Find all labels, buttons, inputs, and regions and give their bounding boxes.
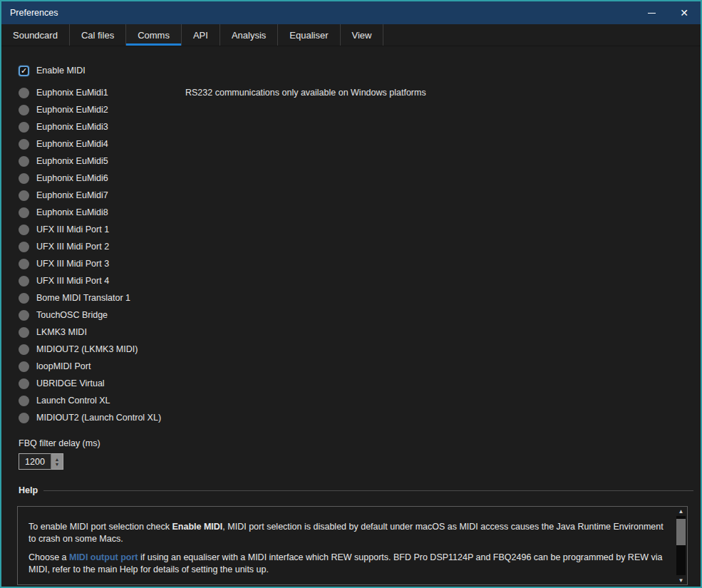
midi-port-radio[interactable]: loopMIDI Port — [19, 358, 701, 375]
radio-unselected-icon — [19, 327, 29, 338]
midi-port-label: TouchOSC Bridge — [36, 310, 108, 320]
midi-output-port-link[interactable]: MIDI output port — [69, 552, 138, 562]
midi-port-list: RS232 communications only available on W… — [19, 84, 701, 426]
radio-unselected-icon — [19, 396, 29, 406]
tab-api[interactable]: API — [182, 24, 220, 46]
radio-unselected-icon — [19, 378, 29, 389]
midi-port-label: Euphonix EuMidi1 — [36, 88, 108, 98]
window-title: Preferences — [1, 8, 58, 18]
midi-port-label: Euphonix EuMidi2 — [36, 105, 108, 115]
tab-label: Analysis — [232, 30, 266, 41]
enable-midi-checkbox[interactable]: ✓ Enable MIDI — [19, 63, 701, 78]
midi-port-radio[interactable]: Euphonix EuMidi4 — [19, 135, 701, 153]
scrollbar-track[interactable] — [676, 516, 686, 575]
midi-port-label: loopMIDI Port — [36, 361, 91, 371]
enable-midi-emphasis: Enable MIDI — [172, 522, 223, 532]
checkbox-checked-icon: ✓ — [19, 66, 29, 76]
rs232-note: RS232 communications only available on W… — [185, 84, 426, 101]
fbq-delay-label: FBQ filter delay (ms) — [19, 437, 701, 450]
midi-port-label: Euphonix EuMidi7 — [36, 190, 108, 200]
fbq-delay-spin-buttons[interactable]: ▲ ▼ — [51, 453, 63, 470]
midi-port-label: Euphonix EuMidi4 — [36, 139, 108, 149]
midi-port-radio[interactable]: UBRIDGE Virtual — [19, 375, 701, 392]
help-box: To enable MIDI port selection check Enab… — [17, 506, 688, 585]
tab-bar: SoundcardCal filesCommsAPIAnalysisEquali… — [1, 24, 701, 46]
tab-label: Cal files — [81, 30, 114, 41]
midi-port-radio[interactable]: Euphonix EuMidi3 — [19, 118, 701, 135]
midi-port-radio[interactable]: Launch Control XL — [19, 392, 701, 409]
radio-unselected-icon — [19, 105, 29, 115]
radio-unselected-icon — [19, 413, 29, 423]
radio-unselected-icon — [19, 156, 29, 167]
midi-port-label: Euphonix EuMidi8 — [36, 207, 108, 217]
preferences-window: Preferences ✕ SoundcardCal filesCommsAPI… — [0, 0, 702, 588]
enable-midi-label: Enable MIDI — [36, 66, 86, 76]
tab-analysis[interactable]: Analysis — [220, 24, 278, 46]
help-title: Help — [19, 485, 38, 495]
radio-unselected-icon — [19, 276, 29, 287]
help-paragraph-2: Choose a MIDI output port if using an eq… — [29, 552, 669, 576]
help-paragraph-1: To enable MIDI port selection check Enab… — [29, 521, 669, 545]
midi-port-radio[interactable]: Euphonix EuMidi7 — [19, 187, 701, 204]
radio-unselected-icon — [19, 88, 29, 98]
midi-port-radio[interactable]: Bome MIDI Translator 1 — [19, 289, 701, 306]
midi-port-radio[interactable]: UFX III Midi Port 4 — [19, 272, 701, 289]
close-button[interactable]: ✕ — [668, 1, 701, 24]
radio-unselected-icon — [19, 293, 29, 304]
scroll-down-icon[interactable]: ▼ — [675, 576, 687, 584]
midi-port-radio[interactable]: MIDIOUT2 (LKMK3 MIDI) — [19, 341, 701, 358]
midi-port-radio[interactable]: UFX III Midi Port 1 — [19, 221, 701, 238]
fbq-delay-section: FBQ filter delay (ms) ▲ ▼ — [19, 437, 701, 470]
midi-port-label: MIDIOUT2 (Launch Control XL) — [36, 413, 161, 423]
minimize-icon — [648, 13, 656, 14]
radio-unselected-icon — [19, 173, 29, 184]
midi-port-radio[interactable]: Euphonix EuMidi5 — [19, 153, 701, 170]
tab-cal-files[interactable]: Cal files — [70, 24, 126, 46]
tab-label: Soundcard — [13, 30, 58, 41]
minimize-button[interactable] — [635, 1, 668, 24]
midi-port-radio[interactable]: TouchOSC Bridge — [19, 306, 701, 324]
fbq-delay-spinner: ▲ ▼ — [19, 453, 63, 470]
help-section: Help To enable MIDI port selection check… — [19, 485, 693, 585]
window-controls: ✕ — [635, 1, 701, 24]
titlebar: Preferences ✕ — [1, 1, 701, 24]
midi-port-label: Launch Control XL — [36, 396, 110, 406]
midi-port-label: Bome MIDI Translator 1 — [36, 293, 130, 303]
midi-port-radio[interactable]: UFX III Midi Port 2 — [19, 238, 701, 255]
radio-unselected-icon — [19, 344, 29, 355]
midi-port-radio[interactable]: UFX III Midi Port 3 — [19, 255, 701, 272]
tab-equaliser[interactable]: Equaliser — [278, 24, 340, 46]
scrollbar-thumb[interactable] — [676, 519, 686, 545]
comms-panel: ✓ Enable MIDI RS232 communications only … — [1, 46, 701, 587]
midi-port-label: Euphonix EuMidi5 — [36, 156, 108, 166]
midi-port-label: UFX III Midi Port 3 — [36, 259, 109, 269]
help-divider — [43, 490, 693, 491]
midi-port-label: UFX III Midi Port 4 — [36, 276, 109, 286]
radio-unselected-icon — [19, 190, 29, 201]
midi-port-label: UFX III Midi Port 2 — [36, 242, 109, 252]
radio-unselected-icon — [19, 122, 29, 133]
midi-port-label: Euphonix EuMidi6 — [36, 173, 108, 183]
tab-label: Equaliser — [289, 30, 328, 41]
radio-unselected-icon — [19, 139, 29, 150]
help-header: Help — [19, 485, 693, 495]
fbq-delay-input[interactable] — [19, 453, 51, 470]
scroll-up-icon[interactable]: ▲ — [675, 507, 687, 515]
close-icon: ✕ — [680, 8, 688, 18]
midi-port-radio[interactable]: MIDIOUT2 (Launch Control XL) — [19, 409, 701, 426]
midi-port-radio[interactable]: Euphonix EuMidi6 — [19, 170, 701, 187]
midi-port-radio[interactable]: Euphonix EuMidi8 — [19, 204, 701, 221]
midi-port-label: LKMK3 MIDI — [36, 327, 87, 337]
tab-comms[interactable]: Comms — [126, 24, 182, 46]
tab-view[interactable]: View — [341, 24, 384, 46]
help-text: To enable MIDI port selection check Enab… — [18, 507, 675, 584]
midi-port-radio[interactable]: Euphonix EuMidi2 — [19, 101, 701, 118]
radio-unselected-icon — [19, 207, 29, 218]
tab-soundcard[interactable]: Soundcard — [1, 24, 70, 46]
midi-port-radio[interactable]: LKMK3 MIDI — [19, 324, 701, 341]
midi-port-label: UBRIDGE Virtual — [36, 378, 105, 388]
radio-unselected-icon — [19, 225, 29, 235]
help-scrollbar[interactable]: ▲ ▼ — [675, 507, 687, 584]
tab-label: API — [193, 30, 208, 41]
radio-unselected-icon — [19, 242, 29, 252]
